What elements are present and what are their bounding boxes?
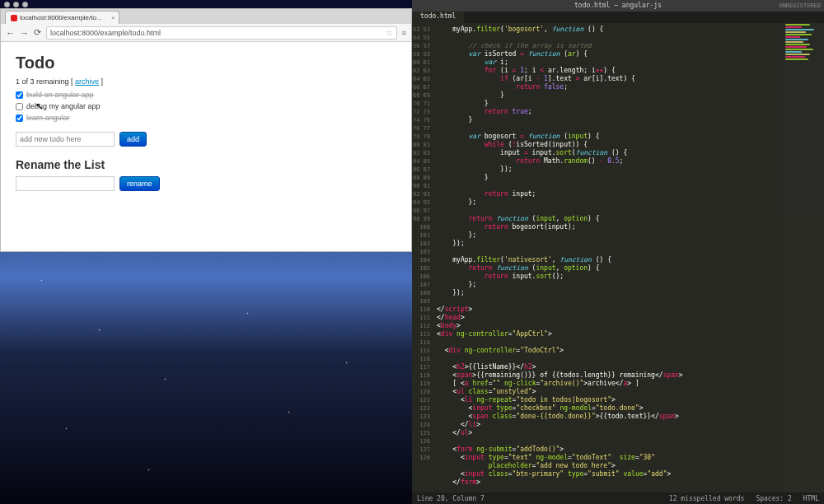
minimap[interactable] — [783, 23, 824, 492]
add-todo-form: add — [16, 132, 396, 147]
line-number-gutter: 52 53 54 55 56 57 58 59 60 61 62 63 64 6… — [412, 23, 433, 492]
desktop-star — [165, 379, 166, 380]
back-button[interactable]: ← — [6, 28, 15, 38]
desktop-star — [99, 329, 100, 330]
todo-text: debug my angular app — [26, 100, 101, 112]
status-cursor-pos[interactable]: Line 20, Column 7 — [417, 495, 485, 502]
zoom-dot[interactable] — [22, 2, 28, 7]
remaining-text: 1 of 3 remaining — [16, 77, 69, 86]
status-misspelled[interactable]: 12 misspelled words — [669, 495, 745, 502]
add-button[interactable]: add — [119, 132, 147, 147]
browser-tab[interactable]: localhost:8000/example/to... × — [5, 11, 119, 24]
list-item: build an angular app — [16, 89, 396, 100]
rename-heading: Rename the List — [16, 158, 396, 171]
browser-toolbar: ← → ⟳ localhost:8000/example/todo.html ☆… — [1, 24, 411, 42]
list-item: learn angular — [16, 112, 396, 124]
forward-button[interactable]: → — [20, 28, 29, 38]
add-todo-input[interactable] — [16, 132, 115, 147]
editor-status-bar: Line 20, Column 7 12 misspelled words Sp… — [412, 492, 824, 504]
reload-button[interactable]: ⟳ — [34, 27, 41, 38]
rename-input[interactable] — [16, 176, 115, 191]
desktop-star — [41, 280, 42, 281]
editor-title: todo.html – angular-js — [574, 2, 662, 9]
remaining-row: 1 of 3 remaining [ archive ] — [16, 77, 396, 86]
desktop-star — [66, 428, 67, 429]
bookmark-star-icon[interactable]: ☆ — [386, 28, 393, 37]
url-bar[interactable]: localhost:8000/example/todo.html ☆ — [46, 26, 397, 40]
editor-tab[interactable]: todo.html — [412, 12, 465, 23]
status-lang[interactable]: HTML — [803, 495, 819, 502]
url-text: localhost:8000/example/todo.html — [50, 29, 161, 37]
unregistered-label: UNREGISTERED — [779, 0, 821, 12]
page-content: Todo 1 of 3 remaining [ archive ] build … — [1, 42, 411, 251]
rename-form: rename — [16, 176, 396, 191]
minimize-dot[interactable] — [13, 2, 19, 7]
editor-window: todo.html – angular-js UNREGISTERED todo… — [412, 0, 824, 504]
tab-title: localhost:8000/example/to... — [20, 12, 102, 24]
angular-favicon — [11, 15, 17, 21]
close-dot[interactable] — [4, 2, 10, 7]
todo-text: learn angular — [26, 112, 70, 124]
desktop-star — [247, 313, 248, 314]
desktop-star — [346, 362, 347, 363]
list-item: debug my angular app — [16, 100, 396, 112]
code-area[interactable]: 52 53 54 55 56 57 58 59 60 61 62 63 64 6… — [412, 23, 824, 492]
archive-link[interactable]: archive — [75, 77, 99, 86]
archive-bracket-close: ] — [99, 77, 103, 86]
todo-text: build an angular app — [26, 89, 94, 100]
todo-checkbox[interactable] — [16, 91, 23, 99]
editor-titlebar: todo.html – angular-js UNREGISTERED — [412, 0, 824, 12]
editor-tabs: todo.html — [412, 12, 824, 23]
mac-traffic-lights — [0, 0, 32, 8]
todo-heading: Todo — [16, 54, 396, 72]
desktop-star — [288, 412, 289, 413]
todo-list: build an angular app debug my angular ap… — [16, 89, 396, 124]
todo-checkbox[interactable] — [16, 103, 23, 110]
desktop-star — [148, 469, 149, 470]
code-body[interactable]: myApp.filter('bogosort', function () { /… — [433, 23, 824, 492]
browser-window: localhost:8000/example/to... × ← → ⟳ loc… — [0, 8, 412, 252]
menu-icon[interactable]: ≡ — [402, 29, 406, 37]
status-spaces[interactable]: Spaces: 2 — [756, 495, 791, 502]
rename-button[interactable]: rename — [119, 176, 160, 191]
todo-checkbox[interactable] — [16, 114, 23, 122]
tab-strip: localhost:8000/example/to... × — [1, 9, 411, 24]
tab-close-icon[interactable]: × — [111, 12, 115, 24]
